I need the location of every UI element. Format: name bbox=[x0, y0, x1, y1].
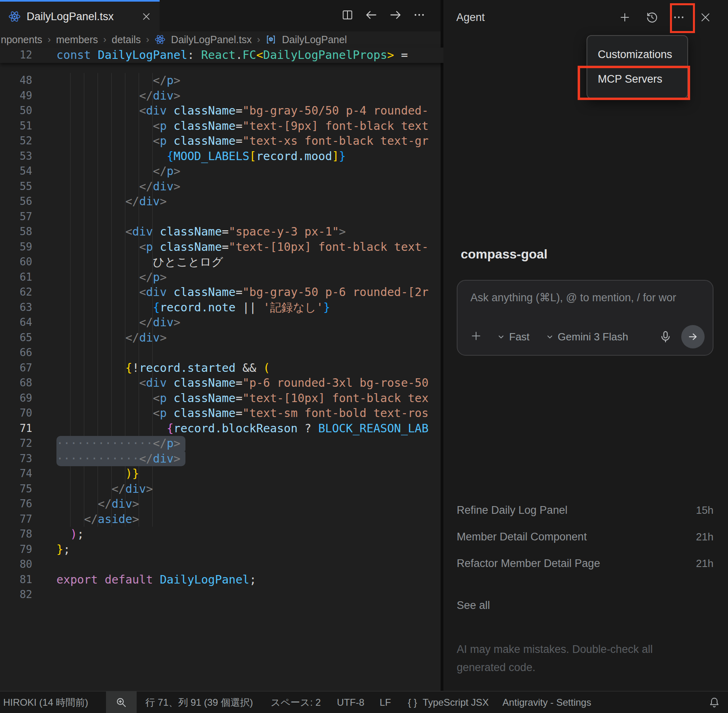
task-row[interactable]: Refine Daily Log Panel 15h bbox=[457, 497, 713, 523]
code-line-52[interactable]: 52 <p className="text-xs font-black text… bbox=[0, 133, 443, 149]
code-line-58[interactable]: 58 <div className="space-y-3 px-1"> bbox=[0, 224, 443, 240]
history-icon[interactable] bbox=[645, 10, 659, 26]
code-line-63[interactable]: 63 {record.note || '記録なし'} bbox=[0, 300, 443, 315]
code-line-54[interactable]: 54 </p> bbox=[0, 164, 443, 179]
partial-scrolled-line bbox=[0, 63, 443, 73]
chevron-right-icon: › bbox=[146, 34, 149, 45]
code-line-73[interactable]: 73············</div> bbox=[0, 451, 443, 467]
line-number: 57 bbox=[0, 209, 32, 225]
code-line-51[interactable]: 51 <p className="text-[9px] font-black t… bbox=[0, 119, 443, 134]
line-number: 75 bbox=[0, 482, 32, 497]
code-line-68[interactable]: 68 <div className="p-6 rounded-3xl bg-ro… bbox=[0, 375, 443, 391]
new-chat-icon[interactable] bbox=[618, 11, 631, 25]
code-line-53[interactable]: 53 {MOOD_LABELS[record.mood]} bbox=[0, 149, 443, 164]
chevron-down-icon[interactable] bbox=[496, 332, 506, 342]
line-number: 65 bbox=[0, 330, 32, 346]
code-line-75[interactable]: 75 </div> bbox=[0, 482, 443, 497]
speed-selector[interactable]: Fast bbox=[509, 331, 530, 343]
selection-highlight: ············</div> bbox=[56, 451, 185, 467]
task-label: Refactor Member Detail Page bbox=[457, 557, 600, 570]
selection-highlight: ··············</p> bbox=[56, 436, 185, 451]
line-number: 54 bbox=[0, 164, 32, 179]
code-line-74[interactable]: 74 )} bbox=[0, 466, 443, 482]
code-line-72[interactable]: 72··············</p> bbox=[0, 436, 443, 451]
code-line-70[interactable]: 70 <p className="text-sm font-bold text-… bbox=[0, 406, 443, 421]
code-line-59[interactable]: 59 <p className="text-[10px] font-black … bbox=[0, 240, 443, 255]
code-line-62[interactable]: 62 <div className="bg-gray-50 p-6 rounde… bbox=[0, 285, 443, 300]
breadcrumb-item[interactable]: details bbox=[112, 34, 141, 46]
code-line-80[interactable]: 80 bbox=[0, 557, 443, 572]
nav-back-icon[interactable] bbox=[364, 8, 378, 23]
breadcrumb-item[interactable]: DailyLogPanel bbox=[282, 34, 347, 46]
status-language[interactable]: TypeScript JSX bbox=[423, 697, 489, 708]
editor-more-actions-icon[interactable] bbox=[413, 8, 426, 23]
line-number: 71 bbox=[0, 421, 32, 436]
breadcrumb-item[interactable]: DailyLogPanel.tsx bbox=[171, 34, 252, 46]
close-panel-icon[interactable] bbox=[699, 11, 712, 25]
line-number: 61 bbox=[0, 270, 32, 285]
status-mode[interactable]: Antigravity - Settings bbox=[503, 697, 591, 708]
status-indentation[interactable]: スペース: 2 bbox=[270, 696, 320, 709]
code-line-65[interactable]: 65 </div> bbox=[0, 330, 443, 346]
tab-dailylogpanel[interactable]: DailyLogPanel.tsx bbox=[0, 0, 160, 31]
code-line-79[interactable]: 79}; bbox=[0, 542, 443, 557]
react-icon bbox=[154, 34, 166, 45]
breadcrumb-item[interactable]: members bbox=[56, 34, 98, 46]
task-row[interactable]: Member Detail Component 21h bbox=[457, 523, 713, 550]
code-line-76[interactable]: 76 </div> bbox=[0, 496, 443, 512]
task-row[interactable]: Refactor Member Detail Page 21h bbox=[457, 550, 713, 577]
agent-input-box[interactable]: Ask anything (⌘L), @ to mention, / for w… bbox=[457, 280, 713, 356]
status-cursor-position[interactable]: 行 71、列 91 (39 個選択) bbox=[146, 696, 253, 709]
code-line-49[interactable]: 49 </div> bbox=[0, 88, 443, 104]
send-button[interactable] bbox=[681, 325, 705, 348]
code-line-69[interactable]: 69 <p className="text-[10px] font-black … bbox=[0, 391, 443, 406]
agent-input-placeholder: Ask anything (⌘L), @ to mention, / for w… bbox=[458, 281, 713, 304]
line-number: 78 bbox=[0, 527, 32, 542]
menu-item-customizations[interactable]: Customizations bbox=[587, 42, 687, 67]
line-number: 62 bbox=[0, 285, 32, 300]
code-line-50[interactable]: 50 <div className="bg-gray-50/50 p-4 rou… bbox=[0, 103, 443, 119]
tab-close-icon[interactable] bbox=[141, 11, 152, 22]
agent-panel-title: Agent bbox=[456, 11, 485, 24]
code-line-61[interactable]: 61 </p> bbox=[0, 270, 443, 285]
code-line-66[interactable]: 66 bbox=[0, 345, 443, 361]
breadcrumb-item[interactable]: nponents bbox=[1, 34, 42, 46]
line-number: 79 bbox=[0, 542, 32, 557]
code-line-48[interactable]: 48 </p> bbox=[0, 73, 443, 88]
code-line-12[interactable]: 12const DailyLogPanel: React.FC<DailyLog… bbox=[0, 48, 443, 63]
code-line-71[interactable]: 71 {record.blockReason ? BLOCK_REASON_LA… bbox=[0, 421, 443, 436]
microphone-icon[interactable] bbox=[659, 330, 672, 344]
breadcrumb: nponents › members › details › DailyLogP… bbox=[0, 31, 443, 48]
model-selector[interactable]: Gemini 3 Flash bbox=[558, 331, 628, 343]
code-line-82[interactable]: 82 bbox=[0, 587, 443, 603]
code-line-60[interactable]: 60 ひとことログ bbox=[0, 254, 443, 270]
status-author[interactable]: HIROKI (14 時間前) bbox=[3, 696, 88, 709]
task-time: 21h bbox=[696, 557, 713, 570]
chevron-right-icon: › bbox=[103, 34, 106, 45]
status-encoding[interactable]: UTF-8 bbox=[337, 697, 364, 708]
zoom-indicator[interactable] bbox=[106, 691, 137, 713]
code-line-81[interactable]: 81export default DailyLogPanel; bbox=[0, 572, 443, 588]
see-all-link[interactable]: See all bbox=[457, 599, 490, 612]
line-number: 55 bbox=[0, 179, 32, 194]
line-number: 80 bbox=[0, 557, 32, 572]
code-line-64[interactable]: 64 </div> bbox=[0, 315, 443, 330]
chevron-right-icon: › bbox=[257, 34, 260, 45]
chevron-down-icon[interactable] bbox=[545, 332, 555, 342]
code-line-77[interactable]: 77 </aside> bbox=[0, 512, 443, 527]
bell-icon[interactable] bbox=[708, 696, 721, 709]
nav-forward-icon[interactable] bbox=[389, 8, 402, 23]
code-line-55[interactable]: 55 </div> bbox=[0, 179, 443, 194]
attach-icon[interactable] bbox=[470, 329, 483, 344]
status-eol[interactable]: LF bbox=[380, 697, 391, 708]
code-line-67[interactable]: 67 {!record.started && ( bbox=[0, 361, 443, 376]
react-icon bbox=[8, 10, 21, 23]
code-line-78[interactable]: 78 ); bbox=[0, 527, 443, 542]
sticky-line[interactable]: 12const DailyLogPanel: React.FC<DailyLog… bbox=[0, 48, 443, 63]
code-line-56[interactable]: 56 </div> bbox=[0, 194, 443, 209]
editor-actions bbox=[341, 0, 426, 31]
line-number: 67 bbox=[0, 361, 32, 376]
code-line-57[interactable]: 57 bbox=[0, 209, 443, 225]
line-number: 70 bbox=[0, 406, 32, 421]
split-editor-icon[interactable] bbox=[341, 8, 354, 23]
